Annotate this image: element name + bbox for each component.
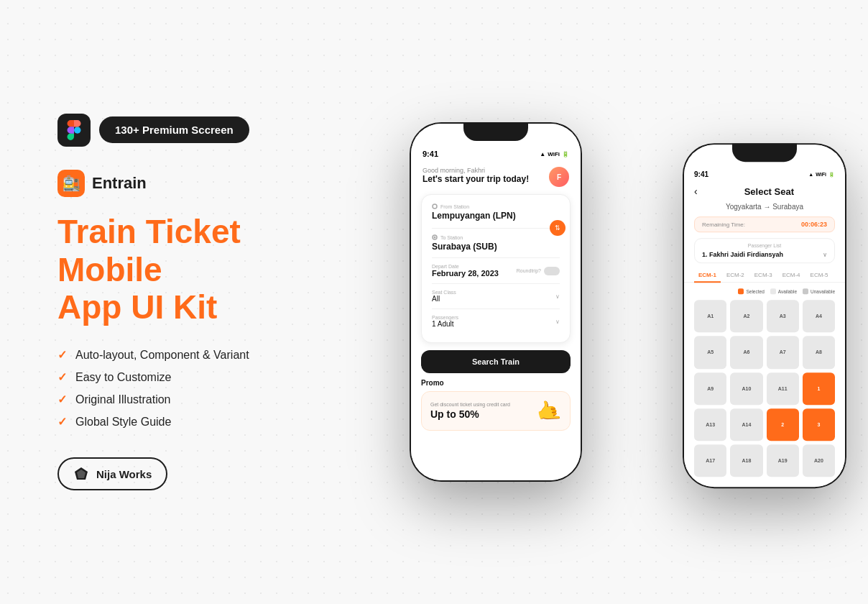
seat-A7[interactable]: A7 [767,336,799,368]
feature-item: ✓ Easy to Customize [57,370,331,384]
phone2-notch [732,143,797,162]
seat-A9[interactable]: A9 [694,372,726,405]
seat-A17[interactable]: A17 [694,444,726,477]
available-dot [770,288,776,294]
legend-selected: Selected [738,288,764,294]
seat-A14[interactable]: A14 [730,408,762,441]
nija-icon [73,466,89,482]
phone2-time: 9:41 [694,170,708,178]
main-title: Train Ticket Mobile App UI Kit [57,213,331,327]
phone1-swap-btn[interactable]: ⇅ [550,220,565,236]
promo-hand-icon: 🤙 [533,396,563,426]
selected-dot [738,288,744,294]
svg-point-2 [433,204,437,209]
svg-point-4 [434,237,436,239]
phone1-seat-class-label: Seat Class [432,290,456,295]
check-icon: ✓ [57,393,67,406]
phone1-avatar: F [549,167,569,187]
tab-ecm1[interactable]: ECM-1 [694,269,721,283]
phones-panel: 9:41 ▲ WiFi 🔋 Good morning, Fakhri Let's… [374,0,868,604]
check-icon: ✓ [57,415,67,429]
phone2-passenger-section: Passenger List 1. Fakhri Jaidi Firdiansy… [694,238,835,263]
phone1-inner: 9:41 ▲ WiFi 🔋 Good morning, Fakhri Let's… [411,124,581,480]
seat-3[interactable]: 3 [803,408,835,441]
phone2-tabs: ECM-1 ECM-2 ECM-3 ECM-4 ECM-5 [684,269,845,283]
tab-ecm3[interactable]: ECM-3 [750,269,777,283]
legend-unavailable: Unavailable [803,288,835,294]
feature-item: ✓ Auto-layout, Component & Variant [57,348,331,362]
phone1-notch [463,122,528,141]
creator-badge[interactable]: Nija Works [57,457,167,490]
toggle-pill [544,267,560,275]
seat-A3[interactable]: A3 [767,300,799,332]
seat-A18[interactable]: A18 [730,444,762,477]
seat-A19[interactable]: A19 [767,444,799,477]
creator-label: Nija Works [96,468,152,480]
phone1-promo-desc: Get discount ticket using credit card [430,402,510,407]
chevron-down-icon: ∨ [555,293,560,300]
back-button[interactable]: ‹ [694,186,698,197]
phone2-title: Select Seat [703,186,835,197]
seat-2[interactable]: 2 [767,408,799,441]
phone1-seat-class[interactable]: Seat Class All ∨ [432,290,560,303]
phone1-promo-card[interactable]: Get discount ticket using credit card Up… [421,391,571,431]
tab-ecm2[interactable]: ECM-2 [722,269,749,283]
left-panel: 130+ Premium Sccreen 🚉 Entrain Train Tic… [0,70,374,534]
timer-label: Remaining Time: [702,221,745,228]
seat-A2[interactable]: A2 [730,300,762,332]
phone2-inner: 9:41 ▲ WiFi 🔋 ‹ Select Seat Yogyakarta → [684,145,845,487]
figma-badge [57,114,91,147]
seat-A6[interactable]: A6 [730,336,762,368]
top-badges: 130+ Premium Sccreen [57,114,331,147]
phone1-promo-label: Promo [411,379,581,391]
timer-value: 00:06:23 [801,221,827,228]
phone1-tagline: Let's start your trip today! [423,174,529,184]
seat-A1[interactable]: A1 [694,300,726,332]
feature-item: ✓ Global Style Guide [57,415,331,429]
phone1-status-icons: ▲ WiFi 🔋 [540,151,569,157]
seat-A10[interactable]: A10 [730,372,762,405]
premium-badge: 130+ Premium Sccreen [99,116,249,143]
phone1-depart-label: Depart Date [432,264,499,269]
phone1-passengers-label: Passengers [432,315,458,320]
phone1-from-label: From Station [432,203,560,209]
feature-label-2: Easy to Customize [75,371,171,384]
seat-A11[interactable]: A11 [767,372,799,405]
phone1-passengers-value: 1 Adult [432,320,458,328]
title-line2: App UI Kit [57,288,217,326]
legend-available: Available [770,288,797,294]
passenger-list-label: Passenger List [702,243,827,248]
phone1-to-value: Surabaya (SUB) [432,242,560,252]
phone2: 9:41 ▲ WiFi 🔋 ‹ Select Seat Yogyakarta → [683,143,846,488]
phone2-timer: Remaining Time: 00:06:23 [694,216,835,232]
phone2-status-bar: 9:41 ▲ WiFi 🔋 [684,165,845,181]
tab-ecm4[interactable]: ECM-4 [778,269,805,283]
phone1-promo-value: Up to 50% [430,408,510,420]
phone1-passengers[interactable]: Passengers 1 Adult ∨ [432,315,560,328]
phone1-date-row: Depart Date February 28, 2023 Roundtrip? [432,264,560,278]
seat-1[interactable]: 1 [803,372,835,405]
tab-ecm5[interactable]: ECM-5 [806,269,833,283]
phone2-route: Yogyakarta → Surabaya [684,203,845,211]
phone1-to-field: To Station Surabaya (SUB) [432,234,560,252]
chevron-down-icon: ∨ [823,252,827,258]
feature-label-4: Global Style Guide [75,416,171,429]
search-train-button[interactable]: Search Train [421,350,571,373]
premium-label: 130+ Premium Sccreen [115,124,234,136]
seat-A4[interactable]: A4 [803,300,835,332]
phone1-roundtrip-toggle[interactable]: Roundtrip? [517,267,560,275]
phone1-header: Good morning, Fakhri Let's start your tr… [411,161,581,194]
chevron-down-icon: ∨ [555,319,560,325]
unavailable-dot [803,288,808,294]
seat-A8[interactable]: A8 [803,336,835,368]
seat-A5[interactable]: A5 [694,336,726,368]
phone1-seat-class-value: All [432,295,456,303]
brand-row: 🚉 Entrain [57,170,331,197]
seat-A20[interactable]: A20 [803,444,835,477]
passenger-name: 1. Fakhri Jaidi Firdiansyah ∨ [702,251,827,258]
phone2-screen: 9:41 ▲ WiFi 🔋 ‹ Select Seat Yogyakarta → [684,145,845,487]
phone1-greeting-block: Good morning, Fakhri Let's start your tr… [423,167,529,184]
brand-icon: 🚉 [57,170,85,197]
seat-A13[interactable]: A13 [694,408,726,441]
feature-item: ✓ Original Illustration [57,393,331,406]
